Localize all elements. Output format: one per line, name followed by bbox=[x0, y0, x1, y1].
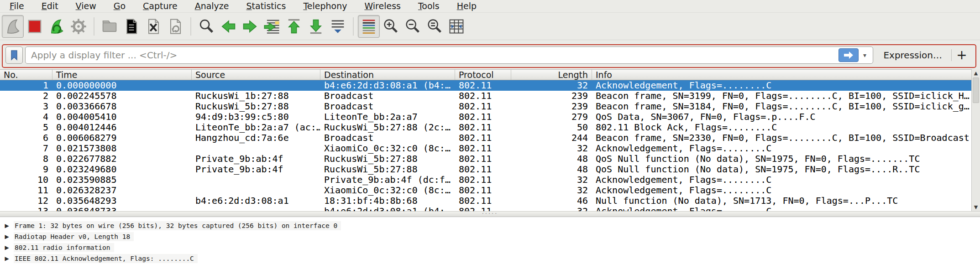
menu-item-go[interactable]: Go bbox=[105, 0, 134, 12]
display-filter-input[interactable]: Apply a display filter ... <Ctrl-/> ▾ bbox=[25, 47, 873, 64]
close-file-icon bbox=[144, 17, 162, 36]
go-first-packet-icon bbox=[285, 17, 303, 36]
scrollbar-thumb[interactable] bbox=[973, 78, 979, 103]
go-back-button[interactable] bbox=[217, 15, 239, 38]
menu-item-tools[interactable]: Tools bbox=[409, 0, 448, 12]
detail-row-1[interactable]: ▶Frame 1: 32 bytes on wire (256 bits), 3… bbox=[0, 220, 980, 231]
expand-triangle-icon[interactable]: ▶ bbox=[0, 244, 14, 251]
packet-row-1[interactable]: 10.000000000b4:e6:2d:d3:08:a1 (b4:…802.1… bbox=[0, 80, 971, 91]
detail-row-3[interactable]: ▶802.11 radio information bbox=[0, 242, 980, 253]
cell-length: 32 bbox=[511, 185, 592, 196]
go-to-packet-button[interactable] bbox=[261, 15, 283, 38]
resize-columns-icon bbox=[447, 17, 466, 36]
packet-row-8[interactable]: 80.022677882Private_9b:ab:4fRuckusWi_5b:… bbox=[0, 154, 971, 164]
packet-row-4[interactable]: 40.00400541094:d9:b3:99:c5:80LiteonTe_bb… bbox=[0, 112, 971, 122]
cell-destination: 18:31:bf:4b:8b:68 bbox=[320, 196, 455, 206]
menu-item-telephony[interactable]: Telephony bbox=[294, 0, 356, 12]
go-back-icon bbox=[219, 17, 237, 36]
packet-row-10[interactable]: 100.023590885Private_9b:ab:4f (dc:f…802.… bbox=[0, 175, 971, 185]
cell-destination: RuckusWi_5b:27:88 bbox=[320, 154, 455, 164]
cell-destination: XiaomiCo_0c:32:c0 (8c:… bbox=[320, 185, 455, 196]
apply-filter-button[interactable] bbox=[839, 48, 859, 62]
packet-row-13[interactable]: 130.036848733b4:e6:2d:d3:08:a1 (b4:…802.… bbox=[0, 206, 971, 211]
column-header-time[interactable]: Time bbox=[52, 70, 192, 80]
cell-no: 7 bbox=[0, 143, 52, 154]
expand-triangle-icon[interactable]: ▶ bbox=[0, 233, 14, 240]
find-packet-button[interactable] bbox=[195, 15, 217, 38]
reload-file-button[interactable] bbox=[164, 15, 186, 38]
save-file-icon bbox=[122, 17, 141, 36]
detail-row-2[interactable]: ▶Radiotap Header v0, Length 18 bbox=[0, 231, 980, 242]
cell-time: 0.035648293 bbox=[52, 196, 192, 206]
cell-source bbox=[192, 206, 320, 211]
column-header-protocol[interactable]: Protocol bbox=[455, 70, 511, 80]
pane-splitter[interactable]: ····· bbox=[0, 211, 980, 217]
auto-scroll-icon bbox=[329, 17, 347, 36]
packet-row-9[interactable]: 90.023249680Private_9b:ab:4fRuckusWi_5b:… bbox=[0, 164, 971, 175]
bookmark-icon bbox=[8, 49, 20, 61]
menu-item-file[interactable]: File bbox=[1, 0, 33, 12]
menu-item-capture[interactable]: Capture bbox=[134, 0, 186, 12]
scroll-down-icon[interactable]: ▼ bbox=[972, 203, 980, 211]
vertical-scrollbar[interactable]: ▲ ▼ bbox=[971, 69, 980, 211]
detail-row-4[interactable]: ▶IEEE 802.11 Acknowledgement, Flags: ...… bbox=[0, 253, 980, 264]
packet-row-3[interactable]: 30.003366678RuckusWi_5b:27:88Broadcast80… bbox=[0, 101, 971, 112]
zoom-out-button[interactable] bbox=[402, 15, 424, 38]
menu-item-statistics[interactable]: Statistics bbox=[238, 0, 295, 12]
save-file-button[interactable] bbox=[121, 15, 142, 38]
zoom-reset-button[interactable] bbox=[424, 15, 445, 38]
expression-button[interactable]: Expression… bbox=[873, 50, 951, 61]
cell-no: 10 bbox=[0, 175, 52, 185]
zoom-in-button[interactable] bbox=[380, 15, 402, 38]
resize-columns-button[interactable] bbox=[445, 15, 467, 38]
packet-row-12[interactable]: 120.035648293b4:e6:2d:d3:08:a118:31:bf:4… bbox=[0, 196, 971, 206]
wireshark-window: FileEditViewGoCaptureAnalyzeStatisticsTe… bbox=[0, 0, 980, 269]
find-packet-icon bbox=[197, 17, 215, 36]
menu-item-analyze[interactable]: Analyze bbox=[186, 0, 238, 12]
menu-item-view[interactable]: View bbox=[67, 0, 105, 12]
menu-item-help[interactable]: Help bbox=[448, 0, 485, 12]
column-header-no[interactable]: No. bbox=[0, 70, 52, 80]
go-forward-button[interactable] bbox=[239, 15, 261, 38]
packet-list: No.TimeSourceDestinationProtocolLengthIn… bbox=[0, 69, 980, 211]
restart-capture-button[interactable] bbox=[46, 15, 68, 38]
apply-arrow-icon bbox=[843, 51, 854, 59]
open-file-button[interactable] bbox=[99, 15, 121, 38]
cell-length: 46 bbox=[511, 196, 592, 206]
expand-triangle-icon[interactable]: ▶ bbox=[0, 255, 14, 262]
display-filter-bar: Apply a display filter ... <Ctrl-/> ▾ Ex… bbox=[0, 40, 980, 69]
zoom-in-icon bbox=[382, 17, 400, 36]
scroll-up-icon[interactable]: ▲ bbox=[972, 69, 980, 77]
toolbar-separator bbox=[94, 17, 94, 36]
wireshark-fin-start-button[interactable] bbox=[2, 15, 24, 38]
go-first-packet-button[interactable] bbox=[283, 15, 305, 38]
colorize-packets-button[interactable] bbox=[358, 15, 380, 38]
cell-time: 0.023590885 bbox=[52, 175, 192, 185]
close-file-button[interactable] bbox=[142, 15, 164, 38]
cell-protocol: 802.11 bbox=[455, 185, 511, 196]
column-header-info[interactable]: Info bbox=[592, 70, 980, 80]
add-filter-button[interactable]: + bbox=[952, 48, 972, 62]
capture-options-button[interactable] bbox=[68, 15, 89, 38]
filter-dropdown-caret[interactable]: ▾ bbox=[859, 52, 870, 59]
cell-source bbox=[192, 175, 320, 185]
column-header-length[interactable]: Length bbox=[511, 70, 592, 80]
auto-scroll-button[interactable] bbox=[327, 15, 349, 38]
menu-item-edit[interactable]: Edit bbox=[33, 0, 67, 12]
packet-details-pane: ▶Frame 1: 32 bytes on wire (256 bits), 3… bbox=[0, 217, 980, 269]
packet-row-5[interactable]: 50.004012446LiteonTe_bb:2a:a7 (ac:…Rucku… bbox=[0, 122, 971, 133]
expand-triangle-icon[interactable]: ▶ bbox=[0, 222, 14, 229]
filter-bookmark-button[interactable] bbox=[5, 47, 23, 64]
cell-length: 32 bbox=[511, 80, 592, 91]
cell-info: Null function (No data), SN=1713, FN=0, … bbox=[592, 196, 971, 206]
packet-row-7[interactable]: 70.021573808XiaomiCo_0c:32:c0 (8c:…802.1… bbox=[0, 143, 971, 154]
stop-capture-button[interactable] bbox=[24, 15, 46, 38]
packet-row-11[interactable]: 110.026328237XiaomiCo_0c:32:c0 (8c:…802.… bbox=[0, 185, 971, 196]
go-last-packet-button[interactable] bbox=[305, 15, 327, 38]
column-header-source[interactable]: Source bbox=[192, 70, 320, 80]
packet-row-6[interactable]: 60.006068279Hangzhou_cd:7a:6eBroadcast80… bbox=[0, 133, 971, 143]
column-header-destination[interactable]: Destination bbox=[320, 70, 455, 80]
packet-row-2[interactable]: 20.002245578RuckusWi_1b:27:88Broadcast80… bbox=[0, 91, 971, 101]
menu-item-wireless[interactable]: Wireless bbox=[356, 0, 409, 12]
cell-source bbox=[192, 185, 320, 196]
